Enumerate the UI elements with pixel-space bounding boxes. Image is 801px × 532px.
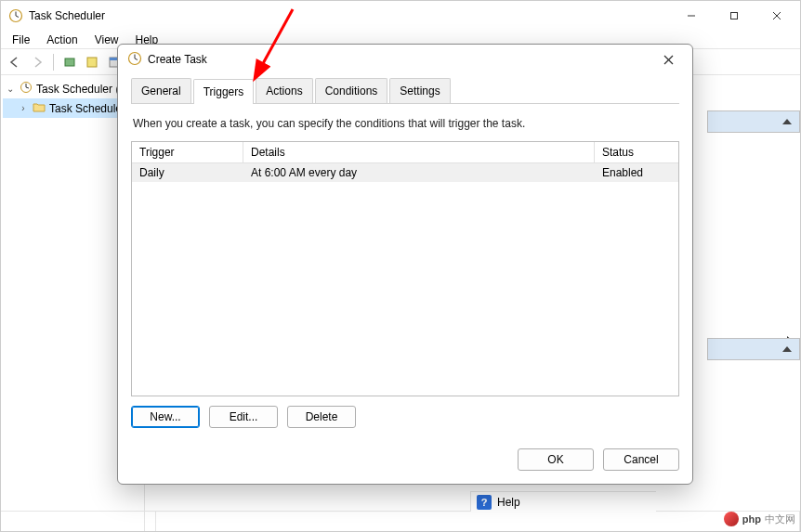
forward-button[interactable] <box>27 52 47 72</box>
cell-status: Enabled <box>595 163 678 182</box>
expand-icon[interactable]: › <box>18 103 29 113</box>
titlebar: Task Scheduler <box>1 1 800 31</box>
help-strip[interactable]: ? Help <box>470 491 656 512</box>
tab-conditions[interactable]: Conditions <box>315 78 388 103</box>
tree-root-label: Task Scheduler (L <box>36 83 125 96</box>
cell-trigger: Daily <box>132 163 243 182</box>
status-cell-2 <box>145 512 156 531</box>
dialog-titlebar: Create Task <box>118 45 692 74</box>
tab-triggers[interactable]: Triggers <box>193 79 255 104</box>
svg-rect-7 <box>65 58 74 66</box>
tab-settings[interactable]: Settings <box>389 78 450 103</box>
tree-child-label: Task Schedule <box>49 102 122 115</box>
watermark: php 中文网 <box>724 512 795 526</box>
dialog-footer: OK Cancel <box>118 437 692 484</box>
ok-button[interactable]: OK <box>518 448 594 471</box>
status-cell-1 <box>1 512 145 531</box>
close-button[interactable] <box>755 2 798 30</box>
toolbar-icon-2[interactable] <box>82 52 102 72</box>
toolbar-icon-1[interactable] <box>59 52 80 72</box>
back-button[interactable] <box>5 52 25 72</box>
window-controls <box>670 2 798 30</box>
collapse-band-1[interactable] <box>707 110 800 133</box>
chevron-up-icon <box>782 119 792 124</box>
col-status[interactable]: Status <box>595 142 678 163</box>
tab-general[interactable]: General <box>131 78 191 103</box>
help-label: Help <box>497 496 520 509</box>
watermark-logo <box>724 512 739 526</box>
table-row[interactable]: Daily At 6:00 AM every day Enabled <box>132 163 678 182</box>
tab-actions[interactable]: Actions <box>256 78 312 103</box>
collapse-band-2[interactable] <box>707 338 800 360</box>
titlebar-title: Task Scheduler <box>29 9 670 22</box>
create-task-dialog: Create Task General Triggers Actions Con… <box>117 44 693 485</box>
watermark-text: 中文网 <box>765 513 795 526</box>
expand-icon[interactable]: ⌄ <box>5 84 16 94</box>
dialog-title: Create Task <box>148 53 650 66</box>
folder-icon <box>33 100 46 116</box>
minimize-button[interactable] <box>670 2 713 30</box>
triggers-table: Trigger Details Status Daily At 6:00 AM … <box>131 141 679 396</box>
dialog-description: When you create a task, you can specify … <box>133 117 677 130</box>
clock-icon <box>20 81 33 97</box>
col-details[interactable]: Details <box>243 142 595 163</box>
app-icon <box>8 8 23 23</box>
delete-button[interactable]: Delete <box>287 406 356 428</box>
toolbar-separator <box>53 54 54 71</box>
maximize-button[interactable] <box>713 2 755 30</box>
chevron-up-icon <box>782 346 792 352</box>
cancel-button[interactable]: Cancel <box>603 448 679 471</box>
menu-action[interactable]: Action <box>39 32 85 48</box>
col-trigger[interactable]: Trigger <box>132 142 243 163</box>
tab-strip: General Triggers Actions Conditions Sett… <box>131 78 679 104</box>
new-button[interactable]: New... <box>131 406 200 428</box>
svg-rect-8 <box>87 58 97 67</box>
cell-details: At 6:00 AM every day <box>243 163 595 182</box>
dialog-close-button[interactable] <box>650 46 687 72</box>
statusbar <box>1 511 800 531</box>
table-header: Trigger Details Status <box>132 142 678 163</box>
menu-file[interactable]: File <box>5 32 37 48</box>
status-cell-3 <box>156 512 800 531</box>
dialog-icon <box>127 51 142 69</box>
help-icon: ? <box>477 495 492 510</box>
dialog-body: General Triggers Actions Conditions Sett… <box>118 74 692 437</box>
row-actions: New... Edit... Delete <box>131 406 679 428</box>
svg-rect-4 <box>731 13 738 19</box>
edit-button[interactable]: Edit... <box>209 406 278 428</box>
